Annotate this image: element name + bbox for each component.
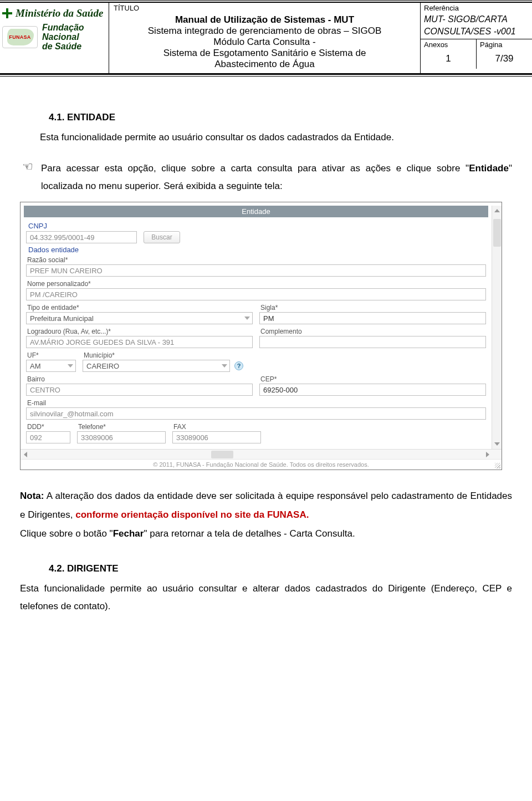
chevron-down-icon [68, 364, 73, 368]
note-red: conforme orientação disponível no site d… [75, 509, 309, 520]
section-4-1-intro: Esta funcionalidade permite ao usuário c… [20, 129, 512, 146]
buscar-button[interactable]: Buscar [144, 231, 180, 243]
anexos-value: 1 [421, 50, 476, 69]
hscroll-track[interactable] [30, 450, 483, 460]
cnpj-input[interactable] [26, 231, 137, 243]
uf-label: UF* [27, 351, 76, 359]
note-text-2-pre: Clique sobre o botão [20, 528, 110, 539]
logr-label: Logradouro (Rua, Av, etc...)* [27, 328, 253, 335]
uf-value: AM [30, 362, 41, 370]
compl-label: Complemento [260, 328, 486, 335]
scroll-left-arrow-icon[interactable] [21, 450, 30, 460]
scroll-right-arrow-icon[interactable] [483, 450, 493, 460]
email-label: E-mail [27, 399, 486, 407]
ministerio-logo: Ministério da Saúde [2, 7, 103, 19]
funasa-badge-icon: FUNASA [2, 26, 38, 48]
chevron-down-icon [222, 364, 227, 368]
pagina-label: Página [477, 39, 532, 50]
razao-input[interactable] [26, 264, 486, 277]
ref-line2: CONSULTA/SES -v001 [421, 27, 532, 39]
tip-text: Para acessar esta opção, clique sobre a … [41, 160, 512, 195]
ministerio-text: Ministério da Saúde [16, 7, 103, 19]
note-block: Nota: A alteração dos dados da entidade … [20, 487, 512, 543]
funasa-row: FUNASA Fundação Nacional de Saúde [2, 23, 84, 51]
ss-footer-text: © 2011, FUNASA - Fundação Nacional de Sa… [153, 461, 369, 468]
bairro-label: Bairro [27, 375, 253, 383]
ss-titlebar: Entidade [24, 206, 488, 217]
nome-input[interactable] [26, 288, 486, 300]
mun-label: Município* [84, 351, 243, 359]
ss-footer: © 2011, FUNASA - Fundação Nacional de Sa… [21, 459, 502, 470]
ddd-input[interactable] [26, 431, 70, 443]
email-input[interactable] [26, 407, 486, 420]
resize-handle-icon[interactable] [495, 463, 500, 468]
scroll-thumb[interactable] [493, 219, 501, 247]
uf-select[interactable]: AM [26, 360, 76, 372]
tipo-select[interactable]: Prefeitura Municipal [26, 312, 253, 324]
scroll-down-arrow-icon[interactable] [492, 439, 502, 449]
ref-line1: MUT- SIGOB/CARTA [421, 13, 532, 27]
header-ref-cell: Referência MUT- SIGOB/CARTA CONSULTA/SES… [420, 3, 532, 73]
cross-icon [2, 8, 12, 18]
title-l4: Sistema de Esgotamento Sanitário e Siste… [112, 48, 417, 59]
nome-label: Nome personalizado* [27, 280, 486, 288]
point-right-icon: ☜ [20, 160, 35, 174]
tipo-value: Prefeitura Municipal [30, 314, 94, 323]
sigla-input[interactable] [259, 312, 486, 324]
compl-input[interactable] [259, 336, 486, 348]
note-fechar-bold: Fechar [113, 528, 144, 539]
scroll-up-arrow-icon[interactable] [492, 206, 502, 216]
content: 4.1. ENTIDADE Esta funcionalidade permit… [0, 76, 532, 629]
cep-input[interactable] [259, 384, 486, 396]
note-text-2-post: para retornar a tela de detalhes - Carta… [150, 528, 355, 539]
mun-select[interactable]: CAREIRO [83, 360, 230, 372]
header-title-block: Manual de Utilização de Sistemas - MUT S… [109, 13, 420, 73]
fax-input[interactable] [172, 431, 261, 443]
razao-label: Razão social* [27, 256, 486, 264]
funasa-badge-text: FUNASA [9, 34, 30, 40]
fnds-l1: Fundação [42, 23, 84, 32]
doc-header: Ministério da Saúde FUNASA Fundação Naci… [0, 2, 532, 74]
section-4-2-intro: Esta funcionalidade permite ao usuário c… [20, 580, 512, 615]
tel-input[interactable] [77, 431, 166, 443]
tel-label: Telefone* [78, 423, 166, 431]
fnds-l2: Nacional [42, 32, 84, 42]
fnds-text: Fundação Nacional de Saúde [42, 23, 84, 51]
logr-input[interactable] [26, 336, 253, 348]
mun-value: CAREIRO [86, 362, 119, 370]
title-l5: Abastecimento de Água [112, 59, 417, 70]
title-l1: Manual de Utilização de Sistemas - MUT [112, 14, 417, 25]
cep-label: CEP* [260, 375, 486, 383]
tipo-label: Tipo de entidade* [27, 304, 253, 312]
fnds-l3: de Saúde [42, 42, 84, 51]
anexos-cell: Anexos 1 [421, 39, 476, 69]
embedded-screenshot: Entidade CNPJ Buscar Dados entidade Razã… [20, 202, 502, 470]
chevron-down-icon [244, 317, 250, 320]
title-l2: Sistema integrado de gerenciamento de ob… [112, 25, 417, 37]
tip-text-bold-inner: Entidade [469, 163, 509, 174]
header-title-cell: TÍTULO Manual de Utilização de Sistemas … [109, 3, 420, 73]
bairro-input[interactable] [26, 384, 253, 396]
ref-label: Referência [421, 3, 532, 13]
tip-text-bold: "Entidade" [466, 163, 512, 174]
dados-fieldset-label: Dados entidade [28, 246, 486, 254]
hscroll-thumb[interactable] [211, 451, 233, 458]
help-icon[interactable]: ? [234, 361, 243, 370]
header-logos: Ministério da Saúde FUNASA Fundação Naci… [0, 3, 109, 73]
anexos-label: Anexos [421, 39, 476, 50]
section-4-2-title: 4.2. DIRIGENTE [49, 563, 512, 574]
note-label: Nota: [20, 491, 44, 501]
pagina-cell: Página 7/39 [476, 39, 532, 69]
tip-text-b: localizada no menu superior. Será exibid… [41, 181, 283, 191]
sigla-label: Sigla* [260, 304, 486, 312]
horizontal-scrollbar[interactable] [21, 449, 502, 459]
section-4-1-title: 4.1. ENTIDADE [49, 112, 512, 123]
cnpj-fieldset-label: CNPJ [28, 222, 486, 230]
ddd-label: DDD* [27, 423, 70, 431]
fax-label: FAX [173, 423, 261, 431]
tip-text-a: Para acessar esta opção, clique sobre a … [41, 163, 466, 174]
pagina-value: 7/39 [477, 50, 532, 69]
title-l3: Módulo Carta Consulta - [112, 37, 417, 48]
vertical-scrollbar[interactable] [492, 206, 502, 449]
tip-row: ☜ Para acessar esta opção, clique sobre … [20, 160, 512, 195]
